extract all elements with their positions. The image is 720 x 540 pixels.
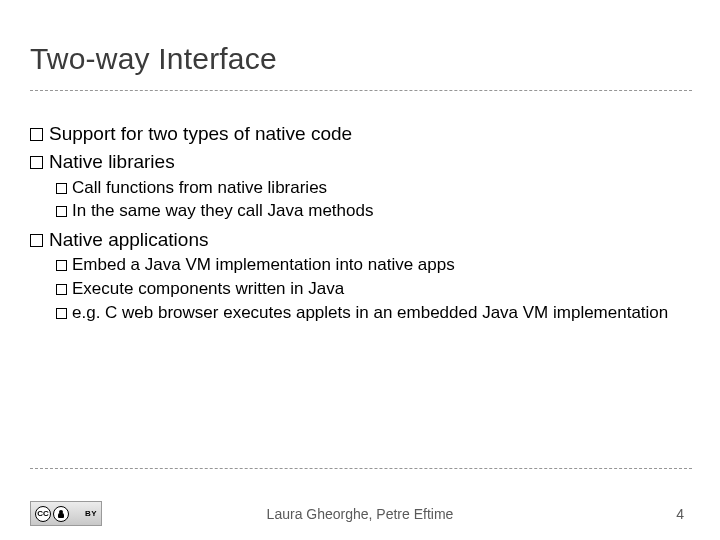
bullet-level2: In the same way they call Java methods bbox=[56, 200, 690, 222]
divider-bottom bbox=[30, 468, 692, 469]
square-bullet-icon bbox=[56, 206, 67, 217]
bullet-level2: Execute components written in Java bbox=[56, 278, 690, 300]
page-number: 4 bbox=[676, 506, 684, 522]
bullet-text: Native libraries bbox=[49, 151, 175, 172]
slide-body: Support for two types of native code Nat… bbox=[30, 118, 690, 330]
bullet-text: e.g. C web browser executes applets in a… bbox=[72, 303, 668, 322]
bullet-level2: e.g. C web browser executes applets in a… bbox=[56, 302, 690, 324]
square-bullet-icon bbox=[56, 284, 67, 295]
square-bullet-icon bbox=[30, 128, 43, 141]
bullet-text: Call functions from native libraries bbox=[72, 178, 327, 197]
bullet-text: Support for two types of native code bbox=[49, 123, 352, 144]
footer-authors: Laura Gheorghe, Petre Eftime bbox=[0, 506, 720, 522]
square-bullet-icon bbox=[30, 156, 43, 169]
bullet-text: Native applications bbox=[49, 229, 208, 250]
divider-top bbox=[30, 90, 692, 91]
bullet-level1: Native libraries bbox=[30, 150, 690, 174]
bullet-text: In the same way they call Java methods bbox=[72, 201, 373, 220]
square-bullet-icon bbox=[56, 308, 67, 319]
bullet-level2: Embed a Java VM implementation into nati… bbox=[56, 254, 690, 276]
square-bullet-icon bbox=[30, 234, 43, 247]
bullet-text: Embed a Java VM implementation into nati… bbox=[72, 255, 455, 274]
bullet-text: Execute components written in Java bbox=[72, 279, 344, 298]
bullet-level1: Support for two types of native code bbox=[30, 122, 690, 146]
square-bullet-icon bbox=[56, 260, 67, 271]
slide: Two-way Interface Support for two types … bbox=[0, 0, 720, 540]
slide-title: Two-way Interface bbox=[30, 42, 277, 76]
sub-bullet-group: Embed a Java VM implementation into nati… bbox=[56, 254, 690, 323]
bullet-level1: Native applications bbox=[30, 228, 690, 252]
square-bullet-icon bbox=[56, 183, 67, 194]
sub-bullet-group: Call functions from native libraries In … bbox=[56, 177, 690, 223]
bullet-level2: Call functions from native libraries bbox=[56, 177, 690, 199]
